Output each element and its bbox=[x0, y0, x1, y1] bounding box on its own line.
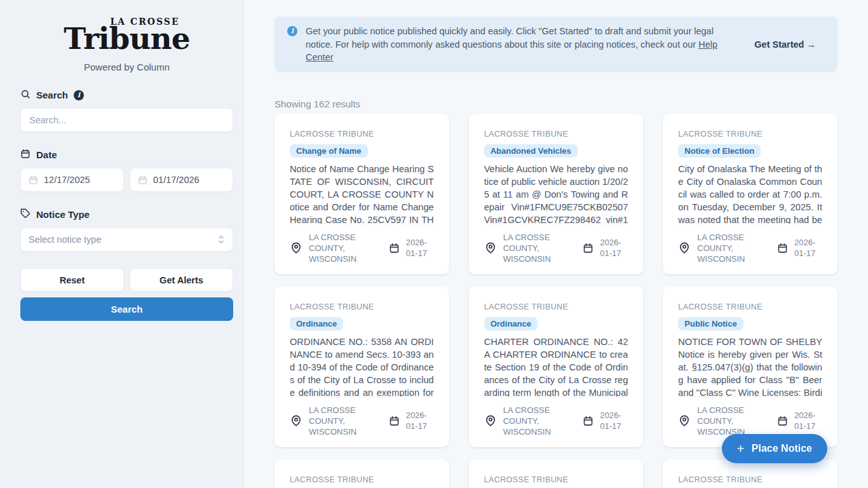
card-source: LACROSSE TRIBUNE bbox=[484, 130, 628, 139]
location-text: LA CROSSE COUNTY, WISCONSIN bbox=[309, 232, 389, 264]
notice-type-badge: Change of Name bbox=[290, 144, 368, 158]
calendar-icon bbox=[138, 175, 147, 185]
notice-card-grid: LACROSSE TRIBUNE Change of Name Notice o… bbox=[275, 114, 837, 488]
results-count: Showing 162 results bbox=[275, 98, 837, 109]
location-pin-icon bbox=[484, 241, 497, 254]
notice-type-badge: Public Notice bbox=[678, 317, 743, 330]
location-text: LA CROSSE COUNTY, WISCONSIN bbox=[503, 232, 583, 264]
card-date: 2026-01-17 bbox=[583, 237, 628, 259]
calendar-icon bbox=[389, 416, 400, 426]
card-location: LA CROSSE COUNTY, WISCONSIN bbox=[484, 405, 583, 437]
search-section-header: Search i bbox=[20, 89, 233, 101]
location-text: LA CROSSE COUNTY, WISCONSIN bbox=[697, 405, 777, 437]
card-location: LA CROSSE COUNTY, WISCONSIN bbox=[290, 232, 389, 264]
card-date: 2026-01-17 bbox=[777, 237, 822, 259]
calendar-icon bbox=[777, 243, 788, 254]
search-input[interactable] bbox=[20, 108, 233, 132]
date-to-input[interactable] bbox=[153, 175, 225, 185]
notice-excerpt: Notice of Name Change Hearing STATE OF W… bbox=[290, 163, 434, 224]
card-location: LA CROSSE COUNTY, WISCONSIN bbox=[678, 232, 777, 264]
notice-type-placeholder: Select notice type bbox=[29, 234, 101, 245]
card-source: LACROSSE TRIBUNE bbox=[484, 475, 628, 484]
date-text: 2026-01-17 bbox=[794, 410, 822, 431]
notice-card[interactable]: LACROSSE TRIBUNE Public Notice bbox=[275, 459, 449, 488]
notice-card[interactable]: LACROSSE TRIBUNE Public Notice NOTICE FO… bbox=[663, 287, 837, 447]
powered-by-column-text: Powered by Column bbox=[20, 62, 233, 72]
date-from-field[interactable] bbox=[20, 168, 124, 192]
location-text: LA CROSSE COUNTY, WISCONSIN bbox=[697, 232, 777, 264]
notice-type-badge: Ordinance bbox=[290, 317, 343, 330]
filter-sidebar: LA CROSSE Tribune Powered by Column Sear… bbox=[0, 0, 244, 488]
card-source: LACROSSE TRIBUNE bbox=[290, 475, 434, 484]
date-text: 2026-01-17 bbox=[600, 237, 628, 259]
card-source: LACROSSE TRIBUNE bbox=[290, 130, 434, 139]
card-source: LACROSSE TRIBUNE bbox=[484, 302, 628, 311]
date-from-input[interactable] bbox=[44, 175, 116, 185]
calendar-icon bbox=[583, 243, 593, 254]
location-pin-icon bbox=[678, 414, 691, 427]
place-notice-label: Place Notice bbox=[752, 443, 812, 454]
card-source: LACROSSE TRIBUNE bbox=[290, 302, 434, 311]
banner-message: Get your public notice published quickly… bbox=[306, 25, 741, 64]
notice-excerpt: ORDINANCE NO.: 5358 AN ORDINANCE to amen… bbox=[290, 336, 434, 396]
chevron-updown-icon bbox=[217, 235, 225, 244]
search-button[interactable]: Search bbox=[20, 297, 233, 321]
date-section-header: Date bbox=[20, 149, 233, 161]
search-section-label: Search bbox=[36, 90, 68, 100]
date-text: 2026-01-17 bbox=[406, 237, 434, 259]
card-location: LA CROSSE COUNTY, WISCONSIN bbox=[678, 405, 777, 437]
location-pin-icon bbox=[290, 414, 302, 427]
publication-logo: LA CROSSE Tribune Powered by Column bbox=[20, 17, 233, 72]
card-location: LA CROSSE COUNTY, WISCONSIN bbox=[290, 405, 389, 437]
notice-excerpt: Vehicle Auction We hereby give notice of… bbox=[484, 163, 628, 224]
card-date: 2026-01-17 bbox=[389, 410, 434, 431]
date-section-label: Date bbox=[36, 149, 57, 160]
search-icon bbox=[20, 89, 31, 101]
notice-card[interactable]: LACROSSE TRIBUNE Notice of Election City… bbox=[663, 114, 837, 274]
card-source: LACROSSE TRIBUNE bbox=[678, 302, 822, 311]
notice-card[interactable]: LACROSSE TRIBUNE Ordinance ORDINANCE NO.… bbox=[275, 287, 449, 447]
results-area: i Get your public notice published quick… bbox=[244, 0, 868, 488]
notice-card[interactable]: LACROSSE TRIBUNE Change of Name Notice o… bbox=[275, 114, 449, 274]
notice-excerpt: City of Onalaska The Meeting of the City… bbox=[678, 163, 822, 224]
get-started-link[interactable]: Get Started → bbox=[749, 38, 825, 51]
calendar-icon bbox=[777, 416, 788, 426]
calendar-icon bbox=[29, 175, 38, 185]
card-location: LA CROSSE COUNTY, WISCONSIN bbox=[484, 232, 583, 264]
notice-excerpt: CHARTER ORDINANCE NO.: 42 A CHARTER ORDI… bbox=[484, 336, 628, 396]
notice-type-section-label: Notice Type bbox=[36, 209, 90, 220]
card-source: LACROSSE TRIBUNE bbox=[678, 130, 822, 139]
date-text: 2026-01-17 bbox=[600, 410, 628, 431]
notice-card[interactable]: LACROSSE TRIBUNE Abandoned Vehicles Vehi… bbox=[469, 114, 644, 274]
logo-tribune-text: Tribune bbox=[64, 21, 189, 56]
card-date: 2026-01-17 bbox=[389, 237, 434, 259]
notice-type-badge: Notice of Election bbox=[678, 144, 761, 158]
location-text: LA CROSSE COUNTY, WISCONSIN bbox=[309, 405, 389, 437]
tag-icon bbox=[20, 208, 31, 220]
plus-icon: + bbox=[737, 442, 745, 455]
date-to-field[interactable] bbox=[130, 168, 233, 192]
banner-text: Get your public notice published quickly… bbox=[306, 26, 714, 50]
reset-button[interactable]: Reset bbox=[20, 268, 124, 292]
notice-card[interactable]: LACROSSE TRIBUNE Notice of Election bbox=[663, 459, 837, 488]
calendar-icon bbox=[389, 243, 400, 254]
notice-type-select[interactable]: Select notice type bbox=[20, 227, 233, 252]
calendar-icon bbox=[20, 149, 31, 161]
notice-type-badge: Abandoned Vehicles bbox=[484, 144, 578, 158]
get-started-banner: i Get your public notice published quick… bbox=[275, 17, 837, 72]
date-text: 2026-01-17 bbox=[794, 237, 822, 259]
location-text: LA CROSSE COUNTY, WISCONSIN bbox=[503, 405, 583, 437]
location-pin-icon bbox=[484, 414, 497, 427]
notice-excerpt: NOTICE FOR TOWN OF SHELBY Notice is here… bbox=[678, 336, 822, 396]
place-notice-button[interactable]: + Place Notice bbox=[722, 434, 827, 463]
info-icon: i bbox=[287, 26, 297, 36]
location-pin-icon bbox=[678, 241, 691, 254]
search-info-icon[interactable]: i bbox=[74, 90, 84, 100]
notice-card[interactable]: LACROSSE TRIBUNE Public Notice bbox=[469, 459, 644, 488]
card-date: 2026-01-17 bbox=[583, 410, 628, 431]
notice-card[interactable]: LACROSSE TRIBUNE Ordinance CHARTER ORDIN… bbox=[469, 287, 644, 447]
get-alerts-button[interactable]: Get Alerts bbox=[130, 268, 233, 292]
location-pin-icon bbox=[290, 241, 302, 254]
calendar-icon bbox=[583, 416, 593, 426]
notice-type-badge: Ordinance bbox=[484, 317, 538, 330]
